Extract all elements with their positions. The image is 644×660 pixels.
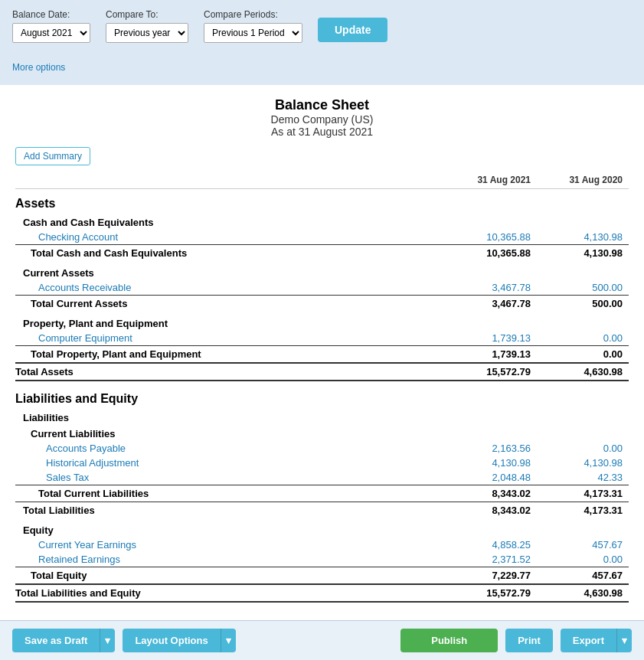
more-options-container: More options (12, 58, 632, 73)
balance-date-select[interactable]: August 2021 (12, 23, 90, 43)
total-cash-col1: 10,365.88 (445, 247, 537, 259)
total-equity-col2: 457.67 (537, 570, 629, 581)
total-liabilities-col1: 8,343.02 (445, 505, 537, 516)
computer-equipment-col2[interactable]: 0.00 (537, 332, 629, 344)
total-liabilities-equity-col1: 15,572.79 (445, 587, 537, 599)
table-row: Sales Tax 2,048.48 42.33 (15, 470, 629, 485)
current-liabilities-title: Current Liabilities (15, 428, 629, 439)
checking-account-col2[interactable]: 4,130.98 (537, 231, 629, 243)
accounts-payable-col1[interactable]: 2,163.56 (445, 443, 537, 454)
total-current-liabilities-row: Total Current Liabilities 8,343.02 4,173… (15, 485, 629, 502)
compare-to-select[interactable]: Previous year (106, 23, 188, 43)
more-options-link[interactable]: More options (12, 62, 65, 73)
table-row: Computer Equipment 1,739.13 0.00 (15, 331, 629, 345)
checking-account-col1[interactable]: 10,365.88 (445, 231, 537, 243)
total-liabilities-label: Total Liabilities (23, 505, 445, 516)
save-draft-dropdown-button[interactable]: ▾ (100, 629, 115, 652)
assets-title: Assets (15, 197, 629, 211)
report-as-at: As at 31 August 2021 (15, 126, 629, 138)
balance-date-label: Balance Date: (12, 9, 90, 20)
total-equity-row: Total Equity 7,229.77 457.67 (15, 567, 629, 583)
total-cash-label: Total Cash and Cash Equivalents (31, 247, 445, 259)
col2-header: 31 Aug 2020 (537, 175, 629, 185)
save-draft-group: Save as Draft ▾ (12, 629, 115, 652)
accounts-payable-link[interactable]: Accounts Payable (46, 443, 445, 454)
export-dropdown-button[interactable]: ▾ (616, 629, 632, 652)
total-current-liabilities-label: Total Current Liabilities (38, 488, 445, 499)
compare-periods-group: Compare Periods: Previous 1 Period (204, 9, 302, 43)
retained-earnings-col2[interactable]: 0.00 (537, 554, 629, 565)
table-row: Accounts Payable 2,163.56 0.00 (15, 441, 629, 456)
equity-subsection: Equity (15, 524, 629, 536)
compare-periods-label: Compare Periods: (204, 9, 302, 20)
retained-earnings-col1[interactable]: 2,371.52 (445, 554, 537, 565)
retained-earnings-link[interactable]: Retained Earnings (38, 554, 445, 565)
report-area: Balance Sheet Demo Company (US) As at 31… (0, 85, 644, 660)
column-headers: 31 Aug 2021 31 Aug 2020 (15, 175, 629, 189)
table-row: Checking Account 10,365.88 4,130.98 (15, 230, 629, 244)
sales-tax-col1[interactable]: 2,048.48 (445, 472, 537, 483)
computer-equipment-link[interactable]: Computer Equipment (38, 332, 445, 344)
total-cash-col2: 4,130.98 (537, 247, 629, 259)
balance-date-group: Balance Date: August 2021 (12, 9, 90, 43)
layout-options-button[interactable]: Layout Options (123, 629, 220, 652)
total-liabilities-equity-label: Total Liabilities and Equity (15, 587, 445, 599)
computer-equipment-col1[interactable]: 1,739.13 (445, 332, 537, 344)
total-liabilities-row: Total Liabilities 8,343.02 4,173.31 (15, 502, 629, 518)
historical-adjustment-col2[interactable]: 4,130.98 (537, 457, 629, 469)
compare-periods-select[interactable]: Previous 1 Period (204, 23, 302, 43)
historical-adjustment-col1[interactable]: 4,130.98 (445, 457, 537, 469)
export-group: Export ▾ (561, 629, 632, 652)
publish-button[interactable]: Publish (400, 629, 498, 652)
compare-to-label: Compare To: (106, 9, 188, 20)
sales-tax-col2[interactable]: 42.33 (537, 472, 629, 483)
ppe-title: Property, Plant and Equipment (15, 318, 629, 329)
table-row: Retained Earnings 2,371.52 0.00 (15, 552, 629, 567)
checking-account-link[interactable]: Checking Account (38, 231, 445, 243)
print-button[interactable]: Print (505, 629, 553, 652)
add-summary-button[interactable]: Add Summary (15, 147, 90, 165)
liabilities-equity-section: Liabilities and Equity Liabilities Curre… (15, 392, 629, 603)
total-liabilities-equity-col2: 4,630.98 (537, 587, 629, 599)
total-current-assets-col1: 3,467.78 (445, 298, 537, 309)
total-assets-col1: 15,572.79 (445, 366, 537, 377)
total-assets-col2: 4,630.98 (537, 366, 629, 377)
total-current-liabilities-col1: 8,343.02 (445, 488, 537, 499)
total-assets-row: Total Assets 15,572.79 4,630.98 (15, 362, 629, 381)
total-current-assets-col2: 500.00 (537, 298, 629, 309)
liabilities-subsection: Liabilities (15, 412, 629, 423)
current-year-earnings-link[interactable]: Current Year Earnings (38, 539, 445, 551)
controls-bar: Balance Date: August 2021 Compare To: Pr… (0, 0, 644, 85)
accounts-payable-col2[interactable]: 0.00 (537, 443, 629, 454)
total-liabilities-equity-row: Total Liabilities and Equity 15,572.79 4… (15, 583, 629, 603)
total-ppe-label: Total Property, Plant and Equipment (31, 348, 445, 360)
report-title: Balance Sheet Demo Company (US) As at 31… (15, 97, 629, 138)
accounts-receivable-col1[interactable]: 3,467.78 (445, 282, 537, 293)
footer-toolbar: Save as Draft ▾ Layout Options ▾ Publish… (0, 620, 644, 660)
current-year-earnings-col1[interactable]: 4,858.25 (445, 539, 537, 551)
total-cash-row: Total Cash and Cash Equivalents 10,365.8… (15, 244, 629, 261)
compare-to-group: Compare To: Previous year (106, 9, 188, 43)
historical-adjustment-link[interactable]: Historical Adjustment (46, 457, 445, 469)
export-button[interactable]: Export (561, 629, 616, 652)
total-equity-col1: 7,229.77 (445, 570, 537, 581)
accounts-receivable-link[interactable]: Accounts Receivable (38, 282, 445, 293)
total-current-assets-label: Total Current Assets (31, 298, 445, 309)
total-current-assets-row: Total Current Assets 3,467.78 500.00 (15, 295, 629, 312)
layout-options-dropdown-button[interactable]: ▾ (221, 629, 236, 652)
total-ppe-col2: 0.00 (537, 348, 629, 360)
total-liabilities-col2: 4,173.31 (537, 505, 629, 516)
current-year-earnings-col2[interactable]: 457.67 (537, 539, 629, 551)
total-current-liabilities-col2: 4,173.31 (537, 488, 629, 499)
sales-tax-link[interactable]: Sales Tax (46, 472, 445, 483)
update-button[interactable]: Update (318, 18, 387, 42)
save-draft-button[interactable]: Save as Draft (12, 629, 100, 652)
accounts-receivable-col2[interactable]: 500.00 (537, 282, 629, 293)
total-assets-label: Total Assets (15, 366, 445, 377)
cash-subsection-title: Cash and Cash Equivalents (15, 217, 629, 228)
table-row: Accounts Receivable 3,467.78 500.00 (15, 280, 629, 295)
table-row: Historical Adjustment 4,130.98 4,130.98 (15, 456, 629, 470)
total-ppe-row: Total Property, Plant and Equipment 1,73… (15, 345, 629, 362)
assets-section: Assets Cash and Cash Equivalents Checkin… (15, 197, 629, 381)
layout-options-group: Layout Options ▾ (123, 629, 235, 652)
